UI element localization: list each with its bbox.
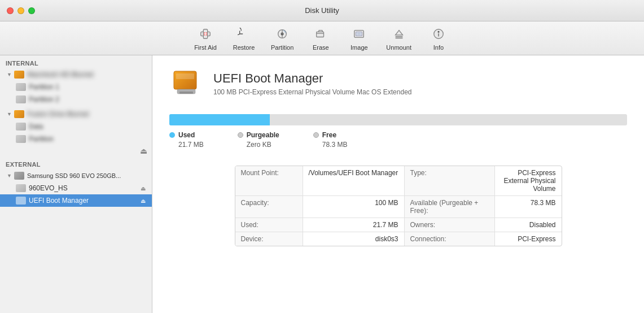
- svg-point-7: [281, 33, 283, 35]
- partition-button[interactable]: Partition: [265, 23, 299, 54]
- evo-hs-eject-icon[interactable]: ⏏: [138, 184, 147, 193]
- internal-disk2-label: Fusion Drive Blurred: [27, 110, 147, 118]
- internal-part2-label: Partition 2: [29, 95, 147, 103]
- sidebar-item-evo-hs[interactable]: 960EVO_HS ⏏: [0, 182, 152, 194]
- available-value: 78.3 MB: [495, 196, 562, 218]
- sidebar-item-samsung-ssd[interactable]: ▼ Samsung SSD 960 EVO 250GB...: [0, 169, 152, 182]
- erase-label: Erase: [313, 44, 329, 51]
- used-label: Used: [178, 131, 195, 139]
- owners-label: Owners:: [405, 218, 495, 232]
- sidebar-item-internal-disk2[interactable]: ▼ Fusion Drive Blurred: [0, 108, 152, 120]
- restore-label: Restore: [233, 44, 255, 51]
- close-button[interactable]: [7, 7, 14, 14]
- first-aid-button[interactable]: First Aid: [189, 23, 222, 54]
- partition-label: Partition: [271, 44, 293, 51]
- available-label: Available (Purgeable + Free):: [405, 196, 495, 218]
- svg-rect-21: [179, 92, 193, 94]
- unmount-button[interactable]: Unmount: [380, 23, 417, 54]
- sidebar-item-uefi-boot[interactable]: UEFI Boot Manager ⏏: [0, 194, 152, 207]
- eject-all-icon[interactable]: ⏏: [140, 146, 147, 155]
- image-button[interactable]: Image: [342, 23, 376, 54]
- image-label: Image: [351, 44, 368, 51]
- sidebar: Internal ▼ Macintosh HD Blurred Partitio…: [0, 55, 152, 313]
- internal-disk-label: Macintosh HD Blurred: [27, 71, 147, 79]
- purgeable-dot: [238, 132, 243, 138]
- maximize-button[interactable]: [28, 7, 35, 14]
- type-label: Type:: [405, 166, 495, 195]
- storage-bar: [169, 114, 627, 125]
- disk-icon-large: [169, 67, 203, 101]
- free-dot: [313, 132, 319, 138]
- used-value2: 21.7 MB: [303, 218, 405, 232]
- connection-value: PCI-Express: [495, 232, 562, 246]
- svg-rect-22: [176, 73, 194, 79]
- external-section-header: External: [0, 156, 152, 169]
- disk-info: UEFI Boot Manager 100 MB PCI-Express Ext…: [213, 71, 412, 96]
- internal-part1-label: Partition 1: [29, 83, 147, 91]
- svg-rect-8: [317, 32, 324, 37]
- mount-point-value: /Volumes/UEFI Boot Manager: [303, 166, 405, 195]
- info-icon: [430, 25, 447, 42]
- used-dot: [169, 132, 175, 138]
- connection-label: Connection:: [405, 232, 495, 246]
- free-label: Free: [322, 131, 336, 139]
- purgeable-label: Purgeable: [247, 131, 279, 139]
- internal-disk2-part1-label: Data: [29, 123, 147, 131]
- title-bar: Disk Utility: [0, 0, 644, 21]
- capacity-label: Capacity:: [235, 196, 303, 218]
- used-value: 21.7 MB: [169, 141, 204, 149]
- unmount-icon: [391, 25, 408, 42]
- first-aid-icon: [197, 25, 214, 42]
- sidebar-item-internal-disk2-part2[interactable]: Partition: [0, 133, 152, 145]
- type-value: PCI-Express External Physical Volume: [495, 166, 562, 195]
- svg-marker-13: [395, 31, 402, 35]
- partition-icon: [274, 25, 291, 42]
- sidebar-item-internal-disk2-part1[interactable]: Data: [0, 120, 152, 133]
- info-label: Info: [433, 44, 444, 51]
- uefi-boot-label: UEFI Boot Manager: [29, 197, 138, 205]
- owners-value: Disabled: [495, 218, 562, 232]
- legend-purgeable: Purgeable Zero KB: [238, 131, 279, 149]
- detail-panel: UEFI Boot Manager 100 MB PCI-Express Ext…: [152, 55, 644, 313]
- image-icon: [351, 25, 367, 42]
- storage-bar-container: Used 21.7 MB Purgeable Zero KB Free: [169, 114, 627, 149]
- disk-name: UEFI Boot Manager: [213, 71, 412, 86]
- evo-hs-label: 960EVO_HS: [29, 184, 138, 192]
- restore-button[interactable]: Restore: [227, 23, 261, 54]
- sidebar-item-internal-part1[interactable]: Partition 1: [0, 81, 152, 93]
- device-label: Device:: [235, 232, 303, 246]
- traffic-lights: [7, 7, 35, 14]
- erase-icon: [312, 25, 329, 42]
- first-aid-label: First Aid: [194, 44, 217, 51]
- uefi-eject-icon[interactable]: ⏏: [138, 196, 147, 205]
- free-value: 78.3 MB: [313, 141, 348, 149]
- capacity-value: 100 MB: [303, 196, 405, 218]
- used-segment: [169, 114, 270, 125]
- minimize-button[interactable]: [17, 7, 24, 14]
- svg-rect-12: [358, 33, 361, 35]
- sidebar-item-internal-disk[interactable]: ▼ Macintosh HD Blurred: [0, 68, 152, 81]
- info-row-1: Mount Point: /Volumes/UEFI Boot Manager …: [235, 166, 562, 196]
- unmount-label: Unmount: [386, 44, 411, 51]
- legend-free: Free 78.3 MB: [313, 131, 348, 149]
- info-row-4: Device: disk0s3 Connection: PCI-Express: [235, 232, 562, 246]
- info-row-2: Capacity: 100 MB Available (Purgeable + …: [235, 196, 562, 218]
- legend-used: Used 21.7 MB: [169, 131, 204, 149]
- restore-icon: [235, 25, 252, 42]
- window-title: Disk Utility: [305, 6, 339, 15]
- storage-legend: Used 21.7 MB Purgeable Zero KB Free: [169, 131, 627, 149]
- mount-point-label: Mount Point:: [235, 166, 303, 195]
- sidebar-item-internal-part2[interactable]: Partition 2: [0, 93, 152, 106]
- svg-point-18: [438, 31, 439, 32]
- used-label2: Used:: [235, 218, 303, 232]
- main-content: Internal ▼ Macintosh HD Blurred Partitio…: [0, 55, 644, 313]
- disk-header: UEFI Boot Manager 100 MB PCI-Express Ext…: [169, 67, 627, 101]
- disk-subtitle: 100 MB PCI-Express External Physical Vol…: [213, 88, 412, 96]
- info-button[interactable]: Info: [422, 23, 455, 54]
- internal-disk2-part2-label: Partition: [29, 135, 147, 143]
- device-value: disk0s3: [303, 232, 405, 246]
- erase-button[interactable]: Erase: [304, 23, 338, 54]
- samsung-ssd-label: Samsung SSD 960 EVO 250GB...: [27, 172, 147, 179]
- info-row-3: Used: 21.7 MB Owners: Disabled: [235, 218, 562, 232]
- info-table: Mount Point: /Volumes/UEFI Boot Manager …: [235, 166, 562, 246]
